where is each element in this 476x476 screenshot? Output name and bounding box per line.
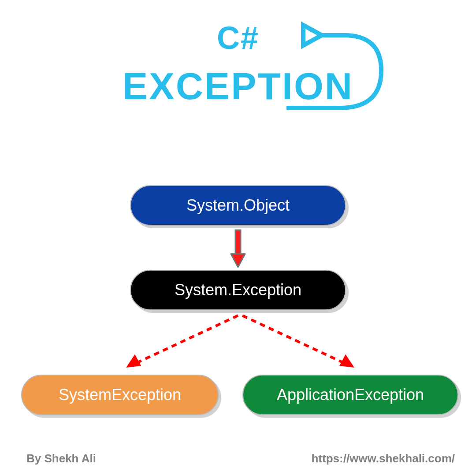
branch-arrows-icon [71,313,405,379]
title-line-1: C# [0,22,476,54]
node-label: System.Exception [175,281,301,299]
node-label: SystemException [59,386,181,404]
footer-url: https://www.shekhali.com/ [311,452,455,465]
svg-rect-0 [235,230,241,256]
node-system-exception: SystemException [21,375,219,415]
title-line-2: EXCEPTION [0,67,476,105]
footer-author: By Shekh Ali [26,452,96,465]
svg-line-1 [132,316,238,365]
node-label: System.Object [186,196,290,215]
node-system-object: System.Object [130,185,346,226]
svg-line-2 [242,316,348,365]
node-label: ApplicationException [277,386,424,404]
down-arrow-icon [229,228,247,269]
node-application-exception: ApplicationException [242,375,458,415]
title-block: C# EXCEPTION [0,22,476,105]
node-system-exception-base: System.Exception [130,270,346,310]
